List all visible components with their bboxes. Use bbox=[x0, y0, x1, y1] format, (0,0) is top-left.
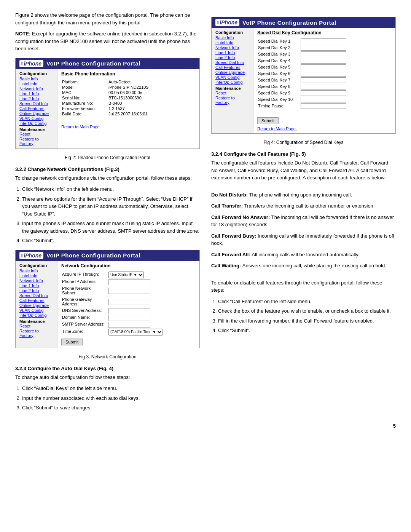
submit-button-2[interactable]: Submit bbox=[61, 339, 83, 345]
speed-dial-5-input[interactable] bbox=[301, 64, 346, 70]
section-323-intro: To change auto dial configuration follow… bbox=[15, 374, 200, 381]
speed-dial-form: Speed Dial Key 1: Speed Dial Key 2: Spee… bbox=[257, 38, 347, 110]
sidebar-line1-info-3[interactable]: Line 1 Info bbox=[215, 50, 249, 55]
portal-sidebar-1: Configuration Basic Info Hotel Info Netw… bbox=[16, 69, 57, 149]
sidebar-line2-info-1[interactable]: Line 2 Info bbox=[19, 96, 53, 101]
table-row: Speed Dial Key 1: bbox=[258, 38, 346, 44]
portal-title-1: VoIP Phone Configuration Portal bbox=[46, 60, 140, 67]
sidebar-line1-info-1[interactable]: Line 1 Info bbox=[19, 91, 53, 96]
speed-dial-2-input[interactable] bbox=[301, 45, 346, 51]
table-row: Speed Dial Key 3: bbox=[258, 51, 346, 57]
portal-body-3: Configuration Basic Info Hotel Info Netw… bbox=[212, 28, 395, 133]
speed-dial-8-input[interactable] bbox=[301, 84, 346, 89]
table-row: Acquire IP Through: Use Static IP ▼ bbox=[62, 272, 195, 278]
timing-pause-input[interactable] bbox=[301, 103, 346, 109]
speed-dial-6-input[interactable] bbox=[301, 71, 346, 77]
list-item: Input the number associated with each au… bbox=[22, 395, 200, 402]
sidebar-call-features-3[interactable]: Call Features bbox=[215, 65, 249, 70]
sidebar-vlan-config-3[interactable]: VLAN Config bbox=[215, 75, 249, 80]
sidebar-network-info-3[interactable]: Network Info bbox=[215, 45, 249, 50]
right-column:  iPhone VoIP Phone Configuration Portal… bbox=[211, 11, 396, 415]
sidebar-online-upgrade-1[interactable]: Online Upgrade bbox=[19, 111, 53, 116]
timezone-select[interactable]: (GMT-8:00) Pacific Time ▼ bbox=[108, 329, 163, 335]
portal-body-1: Configuration Basic Info Hotel Info Netw… bbox=[16, 69, 199, 149]
feature-call-waiting: Call Waiting: Answers one incoming call,… bbox=[211, 262, 396, 270]
speed-dial-3-input[interactable] bbox=[301, 51, 346, 57]
sidebar-reset-2[interactable]: Reset bbox=[19, 324, 53, 328]
table-row: Speed Dial Key 4: bbox=[258, 58, 346, 64]
fig-caption-3: Fig 4: Configuration of Speed Dial Keys bbox=[211, 139, 396, 146]
smtp-input[interactable] bbox=[108, 322, 150, 328]
submit-button-3[interactable]: Submit bbox=[257, 117, 279, 124]
sidebar-interop-config-3[interactable]: InterOp Config bbox=[215, 80, 249, 85]
feature-call-forward-busy: Call Forward Busy: Incoming calls will b… bbox=[211, 232, 396, 247]
sidebar-hotel-info-1[interactable]: Hotel Info bbox=[19, 81, 53, 86]
portal-title-2: VoIP Phone Configuration Portal bbox=[46, 252, 140, 259]
list-item: There are two options for the item “Acqu… bbox=[22, 195, 200, 218]
fig-caption-1: Fig 2: Teladex iPhone Configuration Port… bbox=[15, 154, 200, 161]
sidebar-online-upgrade-3[interactable]: Online Upgrade bbox=[215, 70, 249, 75]
table-row: Speed Dial Key 10: bbox=[258, 97, 346, 102]
table-row: Speed Dial Key 8: bbox=[258, 84, 346, 89]
sidebar-reset-1[interactable]: Reset bbox=[19, 132, 53, 136]
main-page-link-1[interactable]: Return to Main Page. bbox=[61, 125, 196, 129]
acquire-ip-select[interactable]: Use Static IP ▼ bbox=[108, 272, 144, 278]
table-row: Model:iPhone SIP ND2210S bbox=[62, 85, 149, 89]
dns-input[interactable] bbox=[108, 308, 150, 314]
enable-intro: To enable or disable call features throu… bbox=[211, 279, 396, 294]
info-table-1: Platform:Auto-Detect Model:iPhone SIP ND… bbox=[61, 79, 150, 117]
table-row: Speed Dial Key 6: bbox=[258, 71, 346, 77]
table-row: Platform:Auto-Detect bbox=[62, 80, 149, 84]
sidebar-online-upgrade-2[interactable]: Online Upgrade bbox=[19, 303, 53, 308]
speed-dial-9-input[interactable] bbox=[301, 90, 346, 96]
table-row: Speed Dial Key 2: bbox=[258, 45, 346, 51]
domain-input[interactable] bbox=[108, 315, 150, 321]
phone-subnet-input[interactable] bbox=[108, 288, 150, 294]
speed-dial-1-input[interactable] bbox=[301, 38, 346, 44]
feature-call-transfer: Call Transfer: Transfers the incoming ca… bbox=[211, 202, 396, 210]
sidebar-restore-factory-2[interactable]: Restore to Factory bbox=[19, 329, 53, 338]
table-row: Phone Gateway Address: bbox=[62, 297, 195, 307]
section-322-heading: 3.2.2 Change Network Configurations (Fig… bbox=[15, 166, 200, 172]
sidebar-hotel-info-3[interactable]: Hotel Info bbox=[215, 40, 249, 45]
main-page-link-3[interactable]: Return to Main Page. bbox=[257, 126, 392, 131]
phone-ip-input[interactable] bbox=[108, 279, 150, 285]
maintenance-label-3: Maintenance bbox=[215, 86, 249, 91]
table-row: Manufacture No:B-0400 bbox=[62, 101, 149, 105]
table-row: Time Zone: (GMT-8:00) Pacific Time ▼ bbox=[62, 329, 195, 335]
speed-dial-4-input[interactable] bbox=[301, 58, 346, 64]
section-322-steps: Click “Network Info” on the left side me… bbox=[15, 185, 200, 244]
list-item: Click “Network Info” on the left side me… bbox=[22, 185, 200, 193]
sidebar-reset-3[interactable]: Reset bbox=[215, 91, 249, 95]
list-item: Click “Submit”. bbox=[22, 237, 200, 244]
sidebar-basic-info-1[interactable]: Basic Info bbox=[19, 77, 53, 81]
portal-title-3: VoIP Phone Configuration Portal bbox=[242, 19, 336, 26]
sidebar-basic-info-3[interactable]: Basic Info bbox=[215, 35, 249, 40]
network-config-form: Acquire IP Through: Use Static IP ▼ Phon… bbox=[61, 271, 196, 336]
sidebar-line2-info-3[interactable]: Line 2 Info bbox=[215, 55, 249, 60]
sidebar-speed-dial-1[interactable]: Speed Dial Info bbox=[19, 101, 53, 106]
sidebar-basic-info-2[interactable]: Basic Info bbox=[19, 268, 53, 273]
table-row: Firmware Version:1.2.1537 bbox=[62, 106, 149, 111]
speed-dial-10-input[interactable] bbox=[301, 97, 346, 102]
sidebar-call-features-2[interactable]: Call Features bbox=[19, 298, 53, 303]
sidebar-interop-config-2[interactable]: InterOp Config bbox=[19, 313, 53, 318]
sidebar-line1-info-2[interactable]: Line 1 Info bbox=[19, 283, 53, 288]
sidebar-network-info-1[interactable]: Network Info bbox=[19, 86, 53, 91]
sidebar-restore-factory-3[interactable]: Restore to Factory bbox=[215, 96, 249, 105]
page-layout: Figure 2 shows the welcome page of the c… bbox=[15, 11, 396, 415]
sidebar-interop-config-1[interactable]: InterOp Config bbox=[19, 121, 53, 126]
speed-dial-7-input[interactable] bbox=[301, 77, 346, 83]
sidebar-vlan-config-1[interactable]: VLAN Config bbox=[19, 116, 53, 121]
sidebar-vlan-config-2[interactable]: VLAN Config bbox=[19, 308, 53, 313]
sidebar-speed-dial-3[interactable]: Speed Dial Info bbox=[215, 60, 249, 65]
gateway-input[interactable] bbox=[108, 299, 150, 305]
sidebar-restore-factory-1[interactable]: Restore to Factory bbox=[19, 137, 53, 146]
maintenance-label-2: Maintenance bbox=[19, 319, 53, 324]
portal-logo-3:  iPhone bbox=[215, 19, 239, 26]
sidebar-line2-info-2[interactable]: Line 2 Info bbox=[19, 288, 53, 293]
sidebar-call-features-1[interactable]: Call Features bbox=[19, 106, 53, 111]
sidebar-hotel-info-2[interactable]: Hotel Info bbox=[19, 273, 53, 278]
sidebar-network-info-2[interactable]: Network Info bbox=[19, 278, 53, 283]
sidebar-speed-dial-2[interactable]: Speed Dial Info bbox=[19, 293, 53, 298]
